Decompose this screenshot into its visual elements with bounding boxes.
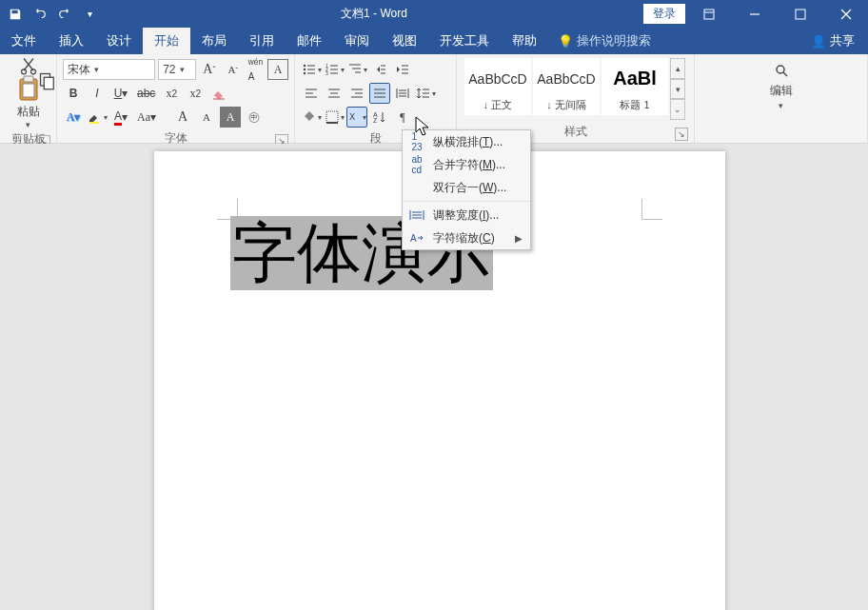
tab-developer[interactable]: 开发工具 — [428, 28, 501, 54]
multilevel-list-icon[interactable]: ▾ — [346, 59, 367, 80]
align-center-icon[interactable] — [324, 83, 345, 104]
group-label-styles: 样式 — [564, 125, 587, 138]
svg-rect-3 — [796, 10, 805, 19]
borders-icon[interactable]: ▾ — [324, 107, 345, 128]
tab-references[interactable]: 引用 — [238, 28, 286, 54]
align-justify-icon[interactable] — [369, 83, 390, 104]
phonetic-guide-icon[interactable]: wénA — [247, 59, 265, 80]
shading-icon[interactable]: ▾ — [301, 107, 322, 128]
highlight-icon[interactable]: ▾ — [87, 107, 108, 128]
fit-width-icon — [408, 207, 425, 224]
decrease-font-icon[interactable]: A — [196, 107, 217, 128]
ribbon-display-icon[interactable] — [687, 0, 731, 28]
redo-icon[interactable] — [53, 3, 76, 26]
svg-rect-12 — [44, 77, 53, 89]
menu-character-scaling[interactable]: A 字符缩放(C) ▶ — [403, 226, 530, 249]
font-color-icon[interactable]: A ▾ — [110, 107, 131, 128]
strikethrough-icon[interactable]: abc — [134, 83, 158, 104]
italic-icon[interactable]: I — [87, 83, 108, 104]
styles-scroll[interactable]: ▴▾⌄ — [670, 58, 685, 120]
asian-layout-button[interactable]: Ⅹ▾ — [346, 107, 367, 128]
tab-layout[interactable]: 布局 — [190, 28, 238, 54]
svg-rect-10 — [23, 84, 34, 97]
sort-icon[interactable]: AZ — [369, 107, 390, 128]
bold-icon[interactable]: B — [63, 83, 84, 104]
character-border-icon[interactable]: A — [267, 59, 288, 80]
quick-access-toolbar: ▾ — [0, 3, 105, 26]
change-case-icon[interactable]: Aa ▾ — [134, 107, 159, 128]
align-left-icon[interactable] — [301, 83, 322, 104]
increase-font-icon[interactable]: A — [172, 107, 193, 128]
group-font: 宋体▾ 72▾ Aˆ Aˇ wénA A B I U ▾ abc x2 x2 A… — [57, 54, 295, 143]
group-label-editing: 编辑 — [770, 83, 793, 99]
style-normal[interactable]: AaBbCcD↓ 正文 — [464, 58, 531, 115]
styles-launcher-icon[interactable]: ↘ — [675, 128, 688, 141]
svg-text:Z: Z — [373, 117, 378, 124]
cut-icon[interactable] — [19, 58, 38, 73]
share-button[interactable]: 👤 共享 — [798, 28, 868, 54]
mouse-cursor-icon — [415, 116, 432, 137]
font-size-combo[interactable]: 72▾ — [158, 59, 196, 80]
tab-home[interactable]: 开始 — [143, 28, 190, 54]
subscript-icon[interactable]: x2 — [161, 83, 182, 104]
copy-icon[interactable] — [38, 73, 57, 89]
tab-view[interactable]: 视图 — [381, 28, 428, 54]
underline-icon[interactable]: U ▾ — [110, 83, 131, 104]
bullets-icon[interactable]: ▾ — [301, 59, 322, 80]
tell-me-search[interactable]: 💡 操作说明搜索 — [548, 28, 661, 54]
align-right-icon[interactable] — [346, 83, 367, 104]
distributed-icon[interactable] — [392, 83, 413, 104]
submenu-arrow-icon: ▶ — [515, 233, 523, 244]
svg-text:Ⅹ: Ⅹ — [349, 112, 355, 122]
tab-insert[interactable]: 插入 — [48, 28, 95, 54]
svg-point-14 — [303, 65, 305, 67]
svg-rect-55 — [326, 111, 338, 123]
decrease-indent-icon[interactable] — [369, 59, 390, 80]
style-nospacing[interactable]: AaBbCcD↓ 无间隔 — [533, 58, 600, 115]
undo-icon[interactable] — [29, 3, 51, 26]
svg-rect-13 — [89, 122, 99, 124]
svg-text:A: A — [410, 233, 417, 244]
clear-formatting-icon[interactable] — [208, 83, 229, 104]
close-icon[interactable] — [824, 0, 868, 28]
menu-fit-width[interactable]: 调整宽度(I)... — [403, 204, 530, 226]
numbering-icon[interactable]: 123▾ — [324, 59, 345, 80]
group-label-paragraph: 段 — [370, 131, 382, 145]
increase-indent-icon[interactable] — [392, 59, 413, 80]
show-marks-icon[interactable]: ¶ — [392, 107, 413, 128]
margin-corner-tr — [641, 199, 662, 220]
svg-text:3: 3 — [326, 70, 328, 76]
title-bar: ▾ 文档1 - Word 登录 — [0, 0, 868, 28]
tab-help[interactable]: 帮助 — [501, 28, 548, 54]
superscript-icon[interactable]: x2 — [185, 83, 206, 104]
find-icon[interactable] — [771, 60, 792, 81]
tab-file[interactable]: 文件 — [0, 28, 48, 54]
ribbon-tabs: 文件 插入 设计 开始 布局 引用 邮件 审阅 视图 开发工具 帮助 💡 操作说… — [0, 28, 868, 54]
menu-two-lines[interactable]: 双行合一(W)... — [403, 176, 530, 199]
font-name-combo[interactable]: 宋体▾ — [63, 59, 155, 80]
group-editing: 编辑 ▾ — [695, 54, 868, 143]
svg-point-16 — [303, 69, 305, 70]
svg-line-61 — [783, 72, 787, 76]
shrink-font-icon[interactable]: Aˇ — [223, 59, 244, 80]
group-label-font: 字体 — [165, 131, 187, 145]
maximize-icon[interactable] — [779, 0, 822, 28]
circle-character-icon[interactable]: ㊥ — [244, 107, 265, 128]
style-heading1[interactable]: AaBl标题 1 — [602, 58, 668, 115]
save-icon[interactable] — [4, 3, 27, 26]
svg-point-18 — [303, 72, 305, 74]
grow-font-icon[interactable]: Aˆ — [199, 59, 220, 80]
enclose-character-icon[interactable]: A — [220, 107, 241, 128]
login-button[interactable]: 登录 — [643, 4, 685, 24]
text-effects-icon[interactable]: A ▾ — [63, 107, 84, 128]
svg-rect-9 — [24, 76, 33, 82]
qat-dropdown-icon[interactable]: ▾ — [78, 3, 101, 26]
line-spacing-icon[interactable]: ▾ — [415, 83, 436, 104]
lightbulb-icon: 💡 — [558, 34, 573, 49]
tab-review[interactable]: 审阅 — [333, 28, 381, 54]
tab-mailings[interactable]: 邮件 — [286, 28, 333, 54]
minimize-icon[interactable] — [733, 0, 777, 28]
asian-layout-menu: 123 纵横混排(T)... abcd 合并字符(M)... 双行合一(W)..… — [402, 129, 531, 250]
tab-design[interactable]: 设计 — [95, 28, 143, 54]
menu-combine-characters[interactable]: abcd 合并字符(M)... — [403, 153, 530, 176]
